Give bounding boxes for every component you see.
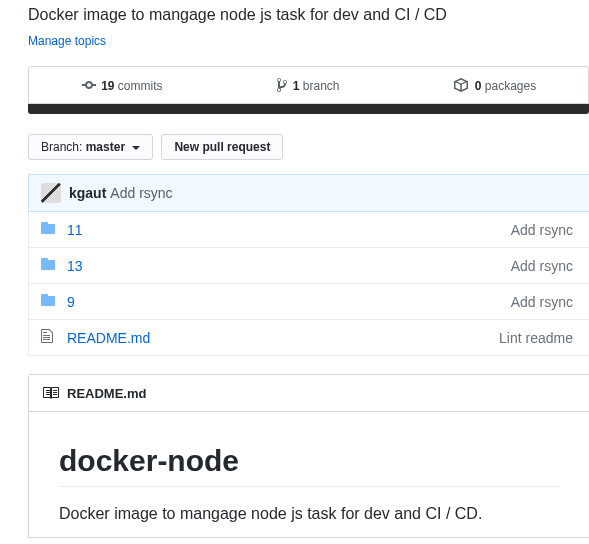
branches-stat[interactable]: 1 branch (215, 67, 401, 103)
packages-label: packages (485, 79, 536, 93)
file-name[interactable]: README.md (67, 330, 447, 346)
table-row: README.mdLint readme (29, 320, 589, 356)
file-commit-message[interactable]: Add rsync (511, 222, 577, 238)
book-icon (43, 385, 59, 401)
file-name[interactable]: 9 (67, 294, 447, 310)
branch-label: branch (303, 79, 340, 93)
table-row: 11Add rsync (29, 212, 589, 248)
folder-icon (41, 256, 57, 275)
branch-select-button[interactable]: Branch: master (28, 134, 153, 160)
commit-author[interactable]: kgaut (69, 185, 106, 201)
file-name[interactable]: 11 (67, 222, 447, 238)
readme-section: README.md docker-node Docker image to ma… (28, 374, 589, 538)
file-icon (41, 328, 57, 347)
table-row: 9Add rsync (29, 284, 589, 320)
avatar[interactable] (41, 183, 61, 203)
branch-count: 1 (293, 79, 300, 93)
repo-description: Docker image to mangage node js task for… (28, 6, 589, 24)
history-icon (82, 77, 96, 93)
file-commit-message[interactable]: Add rsync (511, 294, 577, 310)
packages-count: 0 (475, 79, 482, 93)
readme-paragraph: Docker image to mangage node js task for… (59, 505, 559, 523)
readme-title: docker-node (59, 444, 559, 487)
commits-count: 19 (101, 79, 114, 93)
branch-select-label: Branch: (41, 140, 82, 154)
table-row: 13Add rsync (29, 248, 589, 284)
commit-message[interactable]: Add rsync (110, 185, 172, 201)
manage-topics-link[interactable]: Manage topics (28, 34, 106, 48)
caret-down-icon (132, 146, 140, 150)
branch-icon (277, 77, 287, 93)
commits-stat[interactable]: 19 commits (29, 67, 215, 103)
package-icon (453, 77, 469, 93)
branch-select-value: master (86, 140, 125, 154)
commits-label: commits (118, 79, 163, 93)
file-list: 11Add rsync13Add rsync9Add rsyncREADME.m… (28, 212, 589, 356)
repo-stats-bar: 19 commits 1 branch 0 packages (28, 66, 589, 104)
folder-icon (41, 220, 57, 239)
new-pr-label: New pull request (174, 140, 270, 154)
file-commit-message[interactable]: Lint readme (499, 330, 577, 346)
folder-icon (41, 292, 57, 311)
packages-stat[interactable]: 0 packages (402, 67, 588, 103)
file-name[interactable]: 13 (67, 258, 447, 274)
language-color-bar[interactable] (28, 104, 589, 114)
latest-commit-bar[interactable]: kgaut Add rsync (28, 174, 589, 212)
readme-header: README.md (29, 375, 589, 412)
new-pull-request-button[interactable]: New pull request (161, 134, 283, 160)
readme-filename: README.md (67, 386, 146, 401)
file-commit-message[interactable]: Add rsync (511, 258, 577, 274)
